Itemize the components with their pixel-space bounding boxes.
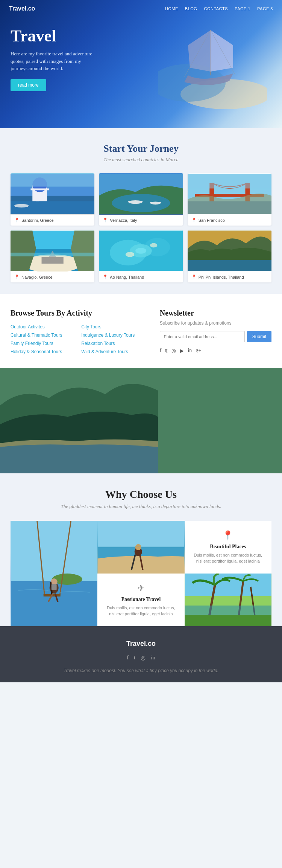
hero-title: Travel [11, 26, 93, 46]
hero-boat-illustration [158, 15, 267, 109]
tour-link-cultural[interactable]: Cultural & Thematic Tours [11, 333, 74, 338]
footer-social-icons: f t ◎ in [11, 654, 271, 661]
tour-links-grid: Outdoor Activites City Tours Cultural & … [11, 324, 145, 354]
nav-page3[interactable]: Page 3 [257, 6, 273, 11]
email-input[interactable] [160, 331, 245, 342]
tour-link-city[interactable]: City Tours [81, 324, 144, 330]
journey-section: Start Your Jorney The most searched coun… [0, 128, 282, 294]
svg-rect-62 [185, 615, 271, 626]
nav-home[interactable]: Home [165, 6, 178, 11]
why-beach-image [97, 521, 184, 574]
tour-link-relaxation[interactable]: Relaxation Tours [81, 341, 144, 346]
why-title: Why Choose Us [11, 488, 271, 500]
why-grid: ✈ Passionate Travel Duis mollis, est non… [11, 521, 271, 626]
svg-rect-11 [11, 201, 94, 214]
newsletter-submit-button[interactable]: Submit [247, 331, 271, 342]
footer: Travel.co f t ◎ in Travel makes one mode… [0, 626, 282, 682]
dest-vernazza[interactable]: 📍 Vernazza, Italy [99, 173, 183, 226]
newsletter-subtitle: Subscribe for updates & promotions [160, 320, 271, 326]
svg-point-32 [135, 248, 146, 254]
journey-subtitle: The most searched countries in March [11, 157, 271, 163]
dest-phiphi-label: 📍 Phi Phi Islands, Thailand [188, 272, 271, 282]
why-subtitle: The gladdest moment in human life, me th… [11, 503, 271, 510]
discount-landscape-svg [0, 368, 282, 473]
why-swing-image [11, 521, 97, 626]
svg-point-34 [150, 243, 157, 248]
pin-icon-6: 📍 [191, 275, 197, 279]
newsletter-title: Newsletter [160, 309, 271, 317]
beautiful-title: Beautiful Places [210, 544, 246, 550]
pin-icon-3: 📍 [191, 218, 197, 223]
nav-logo: Travel.co [9, 5, 35, 12]
svg-point-33 [126, 252, 134, 257]
footer-facebook-icon[interactable]: f [127, 654, 129, 661]
discount-section: Discount 10-30% Off Curabitur blandit te… [0, 368, 282, 473]
journey-title: Start Your Jorney [11, 143, 271, 154]
linkedin-icon[interactable]: in [188, 348, 192, 354]
dest-santorini-img [11, 173, 94, 215]
dest-vernazza-img [99, 173, 183, 215]
dest-sanfrancisco[interactable]: 📍 San Francisco [188, 173, 271, 226]
svg-rect-10 [30, 188, 49, 190]
why-passionate-card: ✈ Passionate Travel Duis mollis, est non… [97, 574, 184, 626]
social-icons: f 𝕥 ◎ ▶ in g+ [160, 348, 271, 354]
tour-link-wild[interactable]: Wild & Adventure Tours [81, 349, 144, 354]
destinations-grid: 📍 Santorini, Greece 📍 [11, 173, 271, 282]
svg-rect-26 [11, 253, 94, 256]
why-palms-image [185, 574, 271, 626]
footer-instagram-icon[interactable]: ◎ [141, 654, 146, 661]
why-section: Why Choose Us The gladdest moment in hum… [0, 473, 282, 626]
dest-navagio[interactable]: 📍 Navagio, Greece [11, 230, 94, 282]
why-beautiful-card: 📍 Beautiful Places Duis mollis, est non … [185, 521, 271, 574]
nav-blog[interactable]: Blog [185, 6, 197, 11]
newsletter-section: Newsletter Subscribe for updates & promo… [160, 309, 271, 354]
why-mid-col: ✈ Passionate Travel Duis mollis, est non… [97, 521, 184, 626]
location-icon: 📍 [222, 530, 233, 541]
tour-link-holiday[interactable]: Holiday & Seasonal Tours [11, 349, 74, 354]
youtube-icon[interactable]: ▶ [180, 348, 184, 354]
googleplus-icon[interactable]: g+ [196, 348, 201, 354]
dest-sf-img [188, 173, 271, 215]
passionate-title: Passionate Travel [121, 596, 161, 603]
plane-icon: ✈ [137, 583, 145, 593]
nav-contacts[interactable]: Contacts [204, 6, 228, 11]
footer-linkedin-icon[interactable]: in [151, 654, 155, 661]
tour-link-family[interactable]: Family Friendly Tours [11, 341, 74, 346]
browse-tours: Browse Tours By Activity Outdoor Activit… [11, 309, 145, 354]
dest-aonang-label: 📍 Ao Nang, Thailand [99, 272, 183, 282]
svg-rect-37 [188, 260, 271, 271]
browse-section: Browse Tours By Activity Outdoor Activit… [0, 294, 282, 368]
dest-santorini[interactable]: 📍 Santorini, Greece [11, 173, 94, 226]
dest-sf-label: 📍 San Francisco [188, 215, 271, 226]
dest-santorini-label: 📍 Santorini, Greece [11, 215, 94, 226]
dest-vernazza-label: 📍 Vernazza, Italy [99, 215, 183, 226]
newsletter-form: Submit [160, 331, 271, 342]
pin-icon-5: 📍 [103, 275, 108, 279]
nav-links: Home Blog Contacts Page 1 Page 3 [165, 6, 273, 11]
facebook-icon[interactable]: f [160, 348, 162, 354]
pin-icon: 📍 [14, 218, 20, 223]
why-header: Why Choose Us The gladdest moment in hum… [11, 488, 271, 510]
footer-logo: Travel.co [11, 640, 271, 648]
passionate-text: Duis mollis, est non commodo luctus, nis… [103, 605, 178, 617]
dest-aonang[interactable]: 📍 Ao Nang, Thailand [99, 230, 183, 282]
footer-tagline: Travel makes one modest. You see what a … [11, 668, 271, 673]
tour-link-luxury[interactable]: Indulgence & Luxury Tours [81, 333, 144, 338]
beautiful-text: Duis mollis, est non commodo luctus, nis… [191, 552, 265, 564]
svg-rect-9 [36, 192, 39, 201]
twitter-icon[interactable]: 𝕥 [165, 348, 168, 354]
dest-navagio-img [11, 230, 94, 272]
pin-icon-4: 📍 [14, 275, 20, 279]
dest-phiphi[interactable]: 📍 Phi Phi Islands, Thailand [188, 230, 271, 282]
hero-section: Travel.co Home Blog Contacts Page 1 Page… [0, 0, 282, 128]
browse-title: Browse Tours By Activity [11, 309, 145, 317]
why-right-col: 📍 Beautiful Places Duis mollis, est non … [185, 521, 271, 626]
hero-content: Travel Here are my favorite travel and a… [11, 26, 93, 91]
nav-page1[interactable]: Page 1 [235, 6, 250, 11]
tour-link-outdoor[interactable]: Outdoor Activites [11, 324, 74, 330]
instagram-icon[interactable]: ◎ [171, 348, 176, 354]
footer-twitter-icon[interactable]: t [134, 654, 135, 661]
svg-rect-25 [42, 257, 64, 264]
hero-cta-button[interactable]: read more [11, 79, 46, 91]
svg-rect-47 [52, 584, 57, 590]
